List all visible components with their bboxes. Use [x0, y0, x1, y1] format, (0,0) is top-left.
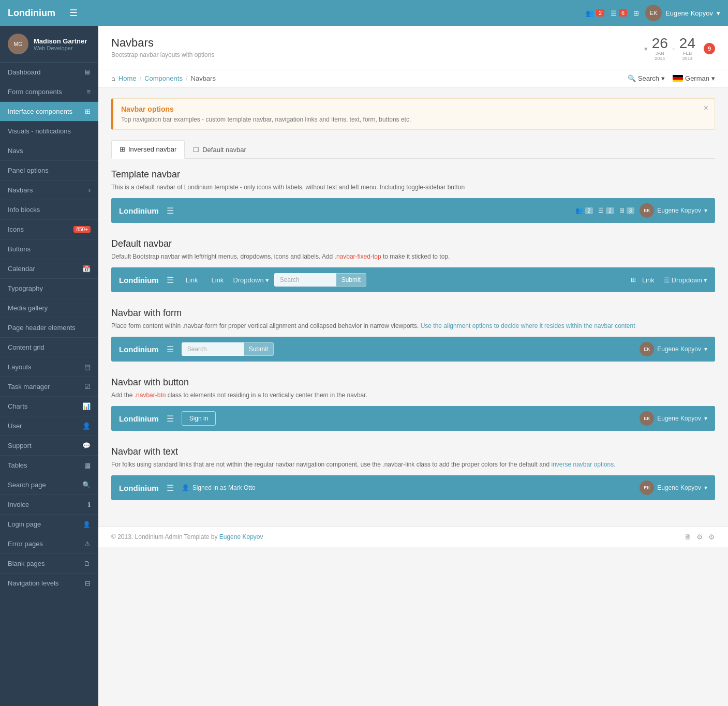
sidebar-item-typography[interactable]: Typography: [0, 279, 98, 298]
tnb-brand: Londinium: [119, 206, 159, 215]
dnb-right-dropdown[interactable]: ☰ Dropdown ▾: [664, 276, 707, 284]
language-button[interactable]: German ▾: [673, 74, 715, 82]
sidebar-item-charts[interactable]: Charts 📊: [0, 397, 98, 416]
fnb-toggle[interactable]: ☰: [167, 344, 174, 354]
tnb-user[interactable]: EK Eugene Kopyov ▾: [640, 203, 707, 218]
tnb-grid[interactable]: ⊞ 3: [619, 207, 635, 214]
breadcrumb-sep2: /: [186, 74, 188, 82]
fnb-search-input[interactable]: [182, 342, 244, 356]
sidebar-item-login-page[interactable]: Login page 👤: [0, 515, 98, 534]
search-icon: 🔍: [628, 74, 636, 82]
fnb-brand: Londinium: [119, 345, 159, 354]
sidebar-item-media-gallery[interactable]: Media gallery: [0, 298, 98, 318]
content-grid-label: Content grid: [8, 343, 44, 351]
header-username: Eugene Kopyov: [665, 9, 713, 17]
sidebar-avatar: MG: [8, 34, 28, 54]
header-list-icon[interactable]: ☰ 6: [611, 9, 627, 17]
sidebar-item-icons[interactable]: Icons 850+: [0, 220, 98, 239]
sidebar-item-form-components[interactable]: Form components ≡: [0, 82, 98, 102]
sidebar-item-task-manager[interactable]: Task manager ☑: [0, 377, 98, 397]
user-label: User: [8, 422, 22, 430]
date-to: 24 FEB2014: [679, 36, 695, 61]
footer-author-link[interactable]: Eugene Kopyov: [219, 533, 263, 540]
default-navbar-desc: Default Bootstrap navbar with left/right…: [111, 252, 715, 261]
sidebar-item-panel-options[interactable]: Panel options: [0, 161, 98, 181]
dnb-toggle[interactable]: ☰: [167, 275, 174, 285]
sidebar-item-search-page[interactable]: Search page 🔍: [0, 475, 98, 495]
footer-settings-icon[interactable]: ⚙: [696, 533, 703, 541]
section-navbar-text: Navbar with text For folks using standar…: [111, 446, 715, 500]
sidebar-item-tables[interactable]: Tables ▦: [0, 456, 98, 475]
navbar-form-desc: Place form content within .navbar-form f…: [111, 321, 715, 331]
page-badge: 9: [704, 43, 715, 54]
sidebar-item-page-header[interactable]: Page header elements: [0, 318, 98, 338]
nav-levels-icon: ⊟: [85, 579, 91, 587]
tab-inversed-navbar[interactable]: ⊞ Inversed navbar: [111, 140, 185, 159]
sidebar-item-interface-components[interactable]: Interface components ⊞: [0, 102, 98, 122]
alert-close-icon[interactable]: ×: [704, 104, 708, 112]
tnb-badge3: 3: [627, 207, 635, 214]
bnb-signin-btn[interactable]: Sign in: [182, 411, 216, 426]
search-caret: ▾: [661, 74, 665, 82]
sidebar-item-error-pages[interactable]: Error pages ⚠: [0, 534, 98, 554]
sidebar-item-content-grid[interactable]: Content grid: [0, 338, 98, 357]
media-gallery-label: Media gallery: [8, 304, 48, 312]
breadcrumb-home[interactable]: Home: [118, 74, 137, 82]
breadcrumb-current: Navbars: [191, 74, 216, 82]
header-grid-icon[interactable]: ⊞: [633, 9, 639, 17]
footer-gear-icon[interactable]: ⚙: [708, 533, 715, 541]
header-users-icon[interactable]: 👥 2: [586, 9, 604, 17]
footer-icons: 🖥 ⚙ ⚙: [684, 533, 715, 541]
buttons-label: Buttons: [8, 245, 31, 253]
sidebar-item-blank-pages[interactable]: Blank pages 🗋: [0, 554, 98, 574]
navbars-arrow: ›: [88, 186, 91, 194]
breadcrumb-components[interactable]: Components: [144, 74, 183, 82]
sidebar-item-navigation-levels[interactable]: Navigation levels ⊟: [0, 574, 98, 593]
dnb-search-input[interactable]: [274, 273, 336, 287]
dnb-dropdown1[interactable]: Dropdown ▾: [233, 276, 269, 284]
sidebar-item-calendar[interactable]: Calendar 📅: [0, 259, 98, 279]
icons-label: Icons: [8, 226, 24, 233]
task-manager-label: Task manager: [8, 383, 50, 390]
tab-default-navbar[interactable]: ☐ Default navbar: [185, 140, 255, 159]
dnb-submit-btn[interactable]: Submit: [336, 273, 366, 287]
bnb-toggle[interactable]: ☰: [167, 414, 174, 424]
fnb-username: Eugene Kopyov: [657, 346, 701, 353]
search-icon: 🔍: [82, 481, 91, 489]
fnb-submit-btn[interactable]: Submit: [244, 342, 274, 356]
page-header: Navbars Bootstrap navbar layouts with op…: [98, 26, 728, 69]
sidebar-item-invoice[interactable]: Invoice ℹ: [0, 495, 98, 515]
sidebar-item-support[interactable]: Support 💬: [0, 436, 98, 456]
tnb-users[interactable]: 👥 2: [575, 207, 593, 214]
fnb-user[interactable]: EK Eugene Kopyov ▾: [640, 342, 707, 356]
breadcrumb-actions: 🔍 Search ▾ German ▾: [628, 74, 715, 82]
dnb-link1[interactable]: Link: [182, 276, 202, 284]
sidebar-item-user[interactable]: User 👤: [0, 416, 98, 436]
dnb-link2[interactable]: Link: [207, 276, 228, 284]
tnb-avatar: EK: [640, 203, 654, 218]
header-caret: ▾: [717, 9, 720, 17]
xtb-toggle[interactable]: ☰: [167, 483, 174, 493]
bnb-user[interactable]: EK Eugene Kopyov ▾: [640, 411, 707, 426]
tnb-toggle[interactable]: ☰: [167, 206, 174, 216]
footer-monitor-icon[interactable]: 🖥: [684, 533, 691, 541]
sidebar-item-navbars[interactable]: Navbars ›: [0, 181, 98, 200]
xtb-user[interactable]: EK Eugene Kopyov ▾: [640, 480, 707, 495]
sidebar-item-visuals[interactable]: Visuals - notifications: [0, 122, 98, 141]
sidebar-item-buttons[interactable]: Buttons: [0, 239, 98, 259]
sidebar-item-info-blocks[interactable]: Info blocks: [0, 200, 98, 220]
interface-components-label: Interface components: [8, 108, 72, 115]
icons-badge: 850+: [73, 226, 91, 233]
dnb-list-icon: ☰: [664, 276, 670, 284]
sidebar-nav: Dashboard 🖥 Form components ≡ Interface …: [0, 63, 98, 593]
dnb-grid-icon[interactable]: ⊞ Link: [631, 276, 659, 284]
header-user-menu[interactable]: EK Eugene Kopyov ▾: [645, 5, 720, 21]
sidebar-item-navs[interactable]: Navs: [0, 141, 98, 161]
tnb-list[interactable]: ☰ 2: [598, 207, 614, 214]
charts-label: Charts: [8, 402, 27, 410]
nav-toggle-icon[interactable]: ☰: [69, 7, 78, 19]
search-button[interactable]: 🔍 Search ▾: [628, 74, 665, 82]
sidebar-item-layouts[interactable]: Layouts ▤: [0, 357, 98, 377]
sidebar-item-dashboard[interactable]: Dashboard 🖥: [0, 63, 98, 82]
page-header-title-area: Navbars Bootstrap navbar layouts with op…: [111, 36, 214, 58]
